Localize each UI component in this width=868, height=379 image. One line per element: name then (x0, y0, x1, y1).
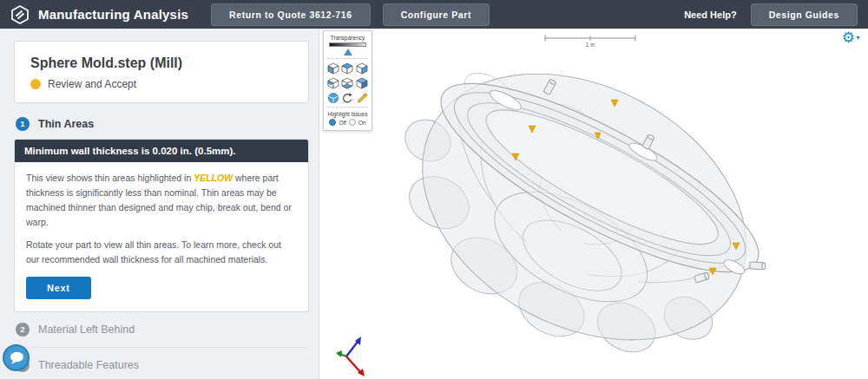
3d-viewer: Transparency (320, 29, 868, 379)
highlight-off-radio[interactable] (329, 119, 336, 126)
part-status: Review and Accept (48, 78, 136, 90)
view-cube-left-icon[interactable] (327, 62, 339, 75)
step-2-label: Material Left Behind (38, 323, 135, 336)
transparency-slider-track[interactable] (329, 42, 366, 47)
highlight-on-label: On (358, 120, 366, 126)
next-button[interactable]: Next (26, 277, 91, 299)
step-2-badge: 2 (16, 323, 30, 337)
thin-areas-description: This view shows thin areas highlighted i… (26, 171, 297, 230)
rotate-instruction-text: Rotate your part to view all thin areas.… (26, 238, 297, 267)
design-guides-button[interactable]: Design Guides (751, 3, 858, 26)
step-1-label: Thin Areas (38, 118, 94, 130)
highlight-off-label: Off (339, 120, 346, 126)
configure-part-button[interactable]: Configure Part (383, 3, 490, 26)
view-cube-right-icon[interactable] (356, 62, 368, 75)
step-1-badge: 1 (16, 117, 30, 131)
analysis-sidebar: Sphere Mold.step (Mill) Review and Accep… (0, 29, 319, 379)
protolabs-logo-icon (10, 5, 30, 24)
thin-areas-panel: Minimum wall thickness is 0.020 in. (0.5… (14, 139, 309, 312)
part-title: Sphere Mold.step (Mill) (30, 56, 293, 71)
markup-pen-icon[interactable] (356, 92, 368, 104)
palette-divider (327, 107, 368, 108)
app-title: Manufacturing Analysis (38, 7, 188, 22)
view-cube-iso-icon[interactable] (356, 77, 368, 89)
highlight-issues-label: Highlight Issues (327, 111, 368, 117)
step-threadable-features[interactable]: 3 Threadable Features (16, 348, 319, 379)
viewer-tool-palette: Transparency (323, 30, 372, 131)
wall-thickness-banner: Minimum wall thickness is 0.020 in. (0.5… (15, 140, 308, 162)
step-material-left-behind[interactable]: 2 Material Left Behind (16, 312, 319, 347)
transparency-label: Transparency (327, 35, 368, 41)
chat-button[interactable] (3, 344, 30, 371)
return-to-quote-button[interactable]: Return to Quote 3612-716 (211, 3, 371, 26)
highlight-on-radio[interactable] (349, 119, 356, 126)
sphere-view-icon[interactable] (327, 92, 339, 104)
3d-model-canvas[interactable] (320, 29, 868, 379)
yellow-highlight-text: YELLOW (194, 173, 233, 183)
transparency-slider-handle[interactable] (344, 49, 352, 56)
view-cube-top-icon[interactable] (341, 62, 353, 75)
part-summary-card: Sphere Mold.step (Mill) Review and Accep… (14, 41, 309, 103)
need-help-link[interactable]: Need Help? (684, 10, 737, 20)
step-3-label: Threadable Features (38, 359, 139, 371)
status-dot-icon (30, 79, 41, 89)
palette-divider (327, 58, 368, 59)
top-navbar: Manufacturing Analysis Return to Quote 3… (0, 0, 868, 29)
rotate-view-icon[interactable] (341, 92, 353, 104)
axes-triad-icon (334, 334, 373, 377)
step-thin-areas-header[interactable]: 1 Thin Areas (16, 117, 319, 131)
view-cube-back-icon[interactable] (327, 77, 339, 89)
chat-bubble-icon (9, 351, 24, 365)
manufacturing-analysis-app: Manufacturing Analysis Return to Quote 3… (0, 0, 868, 379)
view-cube-bottom-icon[interactable] (341, 77, 353, 89)
